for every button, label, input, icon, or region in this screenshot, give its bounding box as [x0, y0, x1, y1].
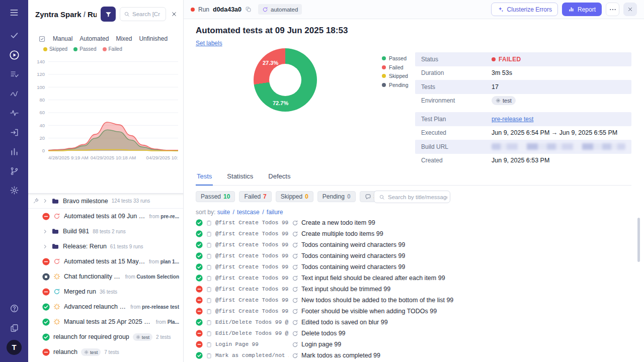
rail-item-activity[interactable]	[0, 104, 28, 123]
test-row[interactable]: Mark as completed/not …Mark todos as com…	[196, 350, 629, 361]
test-row[interactable]: @first Create Todos 99…Footer should be …	[196, 306, 629, 317]
rail-item-share[interactable]	[0, 123, 28, 142]
test-row[interactable]: @first Create Todos 99…Todos containing …	[196, 261, 629, 273]
test-row[interactable]: @first Create Todos 99…Todos containing …	[196, 239, 629, 250]
set-labels-link[interactable]: Set labels	[196, 40, 222, 47]
rail-item-analytics[interactable]	[0, 84, 28, 104]
test-title[interactable]: Footer should be visible when adding TOD…	[301, 308, 437, 315]
clipboard-icon[interactable]	[206, 264, 212, 270]
test-plan-link[interactable]: pre-release test	[492, 116, 533, 123]
test-title[interactable]: New todos should be added to the bottom …	[301, 297, 453, 304]
test-title[interactable]: Mark todos as completed 99	[301, 352, 380, 359]
clipboard-icon[interactable]	[206, 220, 212, 226]
sidebar-tab-automated[interactable]: Automated	[79, 35, 109, 42]
rail-item-runs[interactable]	[0, 45, 28, 65]
test-title[interactable]: Text input field should be cleared after…	[301, 275, 445, 282]
run-row[interactable]: Manual tests at 25 Apr 2025 10:06 Copyfr…	[28, 314, 183, 329]
rail-item-branches[interactable]	[0, 161, 28, 181]
more-actions-button[interactable]	[606, 3, 619, 16]
run-row[interactable]: relaunch for required grouptest2 tests	[28, 329, 183, 344]
clipboard-icon[interactable]	[206, 308, 212, 315]
run-row[interactable]: Merged run36 tests	[28, 284, 183, 299]
project-name[interactable]: Zyntra Spark	[35, 10, 82, 19]
tab-defects[interactable]: Defects	[267, 172, 291, 185]
run-row[interactable]: Automated tests at 09 Jun 2025 18:53from…	[28, 209, 183, 224]
tests-search-input[interactable]	[388, 194, 447, 200]
sidebar-close-button[interactable]	[170, 10, 178, 18]
chevron-right-icon[interactable]	[42, 229, 48, 234]
rail-item-help[interactable]	[0, 299, 28, 319]
sort-option-failure[interactable]: failure	[267, 209, 283, 216]
test-title[interactable]: Login page 99	[301, 341, 341, 348]
runs-group-row[interactable]: Bravo milestone124 tests 33 runs	[28, 194, 183, 209]
rail-item-test-plans[interactable]	[0, 65, 28, 84]
run-meta: 36 tests	[100, 289, 117, 295]
folder-icon	[51, 197, 59, 205]
filter-chip-skipped[interactable]: Skipped0	[276, 191, 313, 202]
sort-option-suite[interactable]: suite	[217, 209, 230, 216]
clipboard-icon[interactable]	[206, 297, 212, 304]
sidebar-tab-manual[interactable]: Manual	[53, 35, 72, 42]
tab-statistics[interactable]: Statistics	[226, 172, 254, 185]
report-button[interactable]: Report	[562, 3, 602, 16]
scrollbar-thumb[interactable]	[637, 218, 640, 262]
filter-button[interactable]	[101, 7, 116, 22]
sidebar-search[interactable]	[120, 7, 166, 21]
sort-option-testcase[interactable]: testcase	[237, 209, 260, 216]
clipboard-icon[interactable]	[206, 341, 212, 348]
run-row[interactable]: Chat functionality test Copyfrom Custom …	[28, 269, 183, 284]
run-row[interactable]: Automated tests at 15 May 2025 12:32from…	[28, 254, 183, 269]
test-title[interactable]: Edited todo is saved on blur 99	[301, 319, 388, 326]
sidebar-tab-unfinished[interactable]: Unfinished	[139, 35, 168, 42]
chevron-right-icon[interactable]	[42, 244, 48, 249]
test-row[interactable]: @first Create Todos 99…New todos should …	[196, 295, 629, 306]
test-row[interactable]: @first Create Todos 99…Create a new todo…	[196, 217, 629, 228]
test-title[interactable]: Todos containing weird characters 99	[301, 241, 405, 248]
test-title[interactable]: Delete todos 99	[301, 330, 346, 337]
run-row[interactable]: Advanced relaunch test Copyfrom pre-rele…	[28, 299, 183, 314]
clusterize-errors-button[interactable]: Clusterize Errors	[491, 3, 558, 16]
test-title[interactable]: Todos containing weird characters 99	[301, 252, 405, 259]
test-status-passed-icon	[196, 275, 203, 282]
search-icon	[379, 194, 385, 200]
clipboard-icon[interactable]	[206, 330, 212, 337]
test-row[interactable]: Edit/Delete Todos 99 @…Delete todos 99	[196, 328, 629, 339]
rail-item-reports[interactable]	[0, 142, 28, 162]
clipboard-icon[interactable]	[206, 352, 212, 359]
copy-run-id-icon[interactable]	[245, 6, 252, 13]
chevron-right-icon[interactable]	[42, 198, 48, 204]
runs-group-row[interactable]: Release: Rerun61 tests 9 runs	[28, 239, 183, 254]
tests-search[interactable]	[374, 191, 450, 203]
tab-tests[interactable]: Tests	[196, 172, 213, 186]
test-row[interactable]: @first Create Todos 99…Create multiple t…	[196, 228, 629, 239]
test-title[interactable]: Create a new todo item 99	[301, 219, 375, 226]
test-title[interactable]: Text input should be trimmed 99	[301, 286, 390, 293]
rail-item-documentation[interactable]	[0, 318, 28, 338]
select-mode-icon[interactable]	[38, 35, 46, 43]
clipboard-icon[interactable]	[206, 286, 212, 293]
clipboard-icon[interactable]	[206, 253, 212, 259]
rail-item-settings[interactable]	[0, 181, 28, 201]
rail-item-workspace-logo[interactable]: T	[0, 338, 28, 357]
sidebar-tab-mixed[interactable]: Mixed	[116, 35, 132, 42]
menu-button[interactable]	[0, 3, 28, 23]
test-title[interactable]: Create multiple todo items 99	[301, 230, 383, 237]
test-row[interactable]: @first Create Todos 99…Text input should…	[196, 284, 629, 295]
test-row[interactable]: Login Page 99Login page 99	[196, 339, 629, 350]
test-row[interactable]: Edit/Delete Todos 99 @…Edited todo is sa…	[196, 317, 629, 328]
close-run-button[interactable]	[623, 3, 637, 16]
test-row[interactable]: @first Create Todos 99…Text input field …	[196, 273, 629, 284]
test-title[interactable]: Todos containing weird characters 99	[301, 263, 405, 270]
clipboard-icon[interactable]	[206, 231, 212, 237]
filter-chip-pending[interactable]: Pending0	[317, 191, 356, 202]
filter-chip-passed[interactable]: Passed10	[196, 191, 235, 202]
rail-item-tasks[interactable]	[0, 26, 28, 46]
filter-chip-failed[interactable]: Failed7	[239, 191, 271, 202]
sidebar-search-input[interactable]	[132, 11, 163, 17]
test-row[interactable]: @first Create Todos 99…Todos containing …	[196, 250, 629, 261]
clipboard-icon[interactable]	[206, 242, 212, 248]
run-row[interactable]: relaunchtest7 tests	[28, 344, 183, 359]
clipboard-icon[interactable]	[206, 275, 212, 282]
runs-group-row[interactable]: Build 98188 tests 2 runs	[28, 224, 183, 239]
clipboard-icon[interactable]	[206, 319, 212, 326]
